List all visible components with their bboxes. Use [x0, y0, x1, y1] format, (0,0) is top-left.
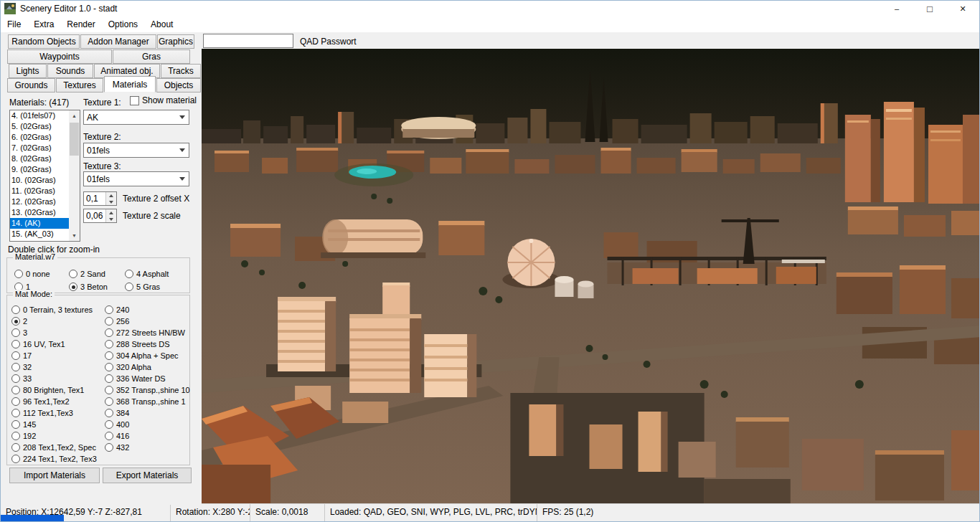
stepper-up-icon[interactable]	[106, 192, 116, 199]
texture1-dropdown[interactable]: AK	[83, 110, 189, 125]
material-list-item[interactable]: 4. (01fels07)	[10, 110, 69, 121]
matmode-option[interactable]: 192	[11, 430, 103, 442]
matmode-option[interactable]: 320 Alpha	[105, 361, 188, 373]
matmode-option[interactable]: 17	[11, 350, 103, 361]
radio-icon	[11, 420, 20, 429]
park-and-pond	[334, 163, 413, 186]
material-list-item[interactable]: 5. (02Gras)	[10, 121, 69, 132]
show-material-checkbox-row[interactable]: Show material	[130, 95, 197, 105]
radio-icon	[14, 270, 23, 278]
texture2-offset-x-stepper[interactable]: 0,1	[83, 191, 117, 206]
w7-option-selected[interactable]: 3 Beton	[69, 281, 125, 293]
matmode-option[interactable]: 416	[105, 430, 188, 442]
radio-label: 96 Tex1,Tex2	[23, 397, 70, 406]
material-list-item[interactable]: 11. (02Gras)	[10, 186, 69, 196]
scroll-up-icon[interactable]: ▲	[69, 110, 80, 121]
matmode-option[interactable]: 240	[105, 304, 188, 315]
tab-tracks[interactable]: Tracks	[161, 64, 201, 78]
tab-graphics[interactable]: Graphics	[157, 34, 194, 49]
tab-materials[interactable]: Materials	[104, 76, 156, 92]
menu-render[interactable]: Render	[60, 17, 101, 32]
matmode-option[interactable]: 256	[105, 315, 188, 327]
matmode-option[interactable]: 96 Tex1,Tex2	[11, 396, 103, 407]
minimize-button[interactable]: –	[880, 1, 913, 16]
show-material-label: Show material	[142, 95, 197, 105]
close-button[interactable]: ✕	[946, 1, 979, 16]
matmode-option[interactable]: 432	[105, 442, 188, 453]
tab-lights[interactable]: Lights	[9, 64, 47, 78]
matmode-option[interactable]: 145	[11, 419, 103, 430]
radio-label: 17	[23, 351, 32, 360]
radio-label: 3	[23, 328, 27, 337]
matmode-option[interactable]: 3	[11, 327, 103, 338]
tab-grounds[interactable]: Grounds	[7, 78, 55, 92]
matmode-option[interactable]: 80 Brighten, Tex1	[11, 384, 103, 396]
matmode-option[interactable]: 368 Transp.,shine 1	[105, 396, 188, 407]
tab-textures[interactable]: Textures	[56, 78, 103, 92]
app-window: Scenery Editor 1.0 - stadt – □ ✕ File Ex…	[0, 0, 980, 522]
radio-label: 208 Tex1,Tex2, Spec	[23, 443, 96, 452]
material-list-item[interactable]: 10. (02Gras)	[10, 175, 69, 186]
material-list-item[interactable]: 13. (02Gras)	[10, 207, 69, 218]
material-w7-group: Material.w7 0 none 2 Sand 4 Asphalt 1 3 …	[6, 257, 190, 293]
tab-objects[interactable]: Objects	[156, 78, 201, 92]
qad-password-input[interactable]	[203, 34, 293, 48]
w7-option[interactable]: 0 none	[14, 268, 69, 280]
radio-label: 224 Tex1, Tex2, Tex3	[23, 455, 97, 463]
material-list-item[interactable]: 9. (02Gras)	[10, 164, 69, 175]
material-list-item[interactable]: 12. (02Gras)	[10, 196, 69, 207]
matmode-option-selected[interactable]: 2	[11, 315, 103, 327]
menu-about[interactable]: About	[144, 17, 179, 32]
matmode-option[interactable]: 224 Tex1, Tex2, Tex3	[11, 453, 103, 465]
matmode-option[interactable]: 208 Tex1,Tex2, Spec	[11, 442, 103, 453]
3d-viewport[interactable]	[202, 49, 980, 505]
listbox-scrollbar[interactable]: ▲ ▼	[69, 110, 80, 241]
tab-waypoints[interactable]: Waypoints	[7, 49, 112, 64]
matmode-option[interactable]: 304 Alpha + Spec	[105, 350, 188, 361]
radio-label: 432	[116, 443, 129, 452]
menu-file[interactable]: File	[1, 17, 27, 32]
maximize-button[interactable]: □	[913, 1, 946, 16]
matmode-option[interactable]: 112 Tex1,Tex3	[11, 407, 103, 419]
matmode-option[interactable]: 336 Water DS	[105, 373, 188, 384]
matmode-option[interactable]: 16 UV, Tex1	[11, 338, 103, 350]
matmode-option[interactable]: 384	[105, 407, 188, 419]
export-materials-button[interactable]: Export Materials	[103, 468, 192, 483]
material-list-item[interactable]: 15. (AK_03)	[10, 229, 69, 239]
matmode-option[interactable]: 352 Transp.,shine 10	[105, 384, 188, 396]
radio-label: 400	[116, 420, 129, 429]
tab-gras[interactable]: Gras	[113, 49, 190, 64]
scrollbar-thumb[interactable]	[70, 123, 79, 156]
menu-options[interactable]: Options	[102, 17, 144, 32]
scroll-down-icon[interactable]: ▼	[69, 230, 80, 241]
matmode-option[interactable]: 400	[105, 419, 188, 430]
texture2-scale-stepper[interactable]: 0,06	[83, 209, 117, 223]
w7-option[interactable]: 5 Gras	[125, 281, 191, 293]
matmode-option[interactable]: 33	[11, 373, 103, 384]
stepper-down-icon[interactable]	[106, 216, 116, 222]
materials-list: 4. (01fels07) 5. (02Gras) 6. (02Gras) 7.…	[10, 110, 69, 239]
texture2-dropdown[interactable]: 01fels	[83, 143, 189, 158]
w7-option[interactable]: 4 Asphalt	[125, 268, 191, 280]
material-list-item[interactable]: 8. (02Gras)	[10, 153, 69, 164]
material-list-item-selected[interactable]: 14. (AK)	[10, 218, 69, 229]
matmode-option[interactable]: 272 Streets HN/BW	[105, 327, 188, 338]
material-list-item[interactable]: 6. (02Gras)	[10, 132, 69, 143]
tab-random-objects[interactable]: Random Objects	[8, 34, 80, 49]
matmode-option[interactable]: 0 Terrain, 3 textures	[11, 304, 103, 315]
w7-option[interactable]: 2 Sand	[69, 268, 125, 280]
matmode-option[interactable]: 288 Streets DS	[105, 338, 188, 350]
radio-icon	[125, 270, 133, 278]
texture3-dropdown[interactable]: 01fels	[83, 171, 189, 186]
menu-extra[interactable]: Extra	[27, 17, 60, 32]
stepper-down-icon[interactable]	[106, 199, 116, 205]
tab-addon-manager[interactable]: Addon Manager	[80, 34, 156, 49]
material-list-item[interactable]: 7. (02Gras)	[10, 143, 69, 153]
show-material-checkbox[interactable]	[130, 96, 139, 105]
import-materials-button[interactable]: Import Materials	[9, 468, 100, 483]
stepper-up-icon[interactable]	[106, 209, 116, 216]
matmode-option[interactable]: 32	[11, 361, 103, 373]
radio-icon	[105, 374, 113, 383]
qad-password-label: QAD Passwort	[300, 37, 357, 47]
tab-sounds[interactable]: Sounds	[47, 64, 93, 78]
